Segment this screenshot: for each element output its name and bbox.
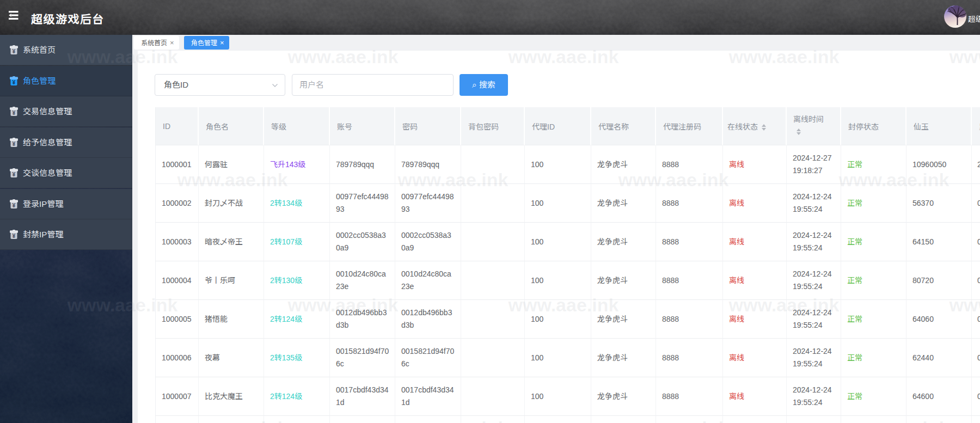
svg-text:¥: ¥	[13, 79, 16, 85]
svg-text:¥: ¥	[13, 140, 16, 147]
svg-text:¥: ¥	[13, 232, 16, 239]
svg-text:¥: ¥	[13, 109, 16, 116]
svg-text:¥: ¥	[13, 171, 16, 177]
svg-text:¥: ¥	[13, 202, 16, 209]
svg-text:¥: ¥	[13, 48, 16, 54]
